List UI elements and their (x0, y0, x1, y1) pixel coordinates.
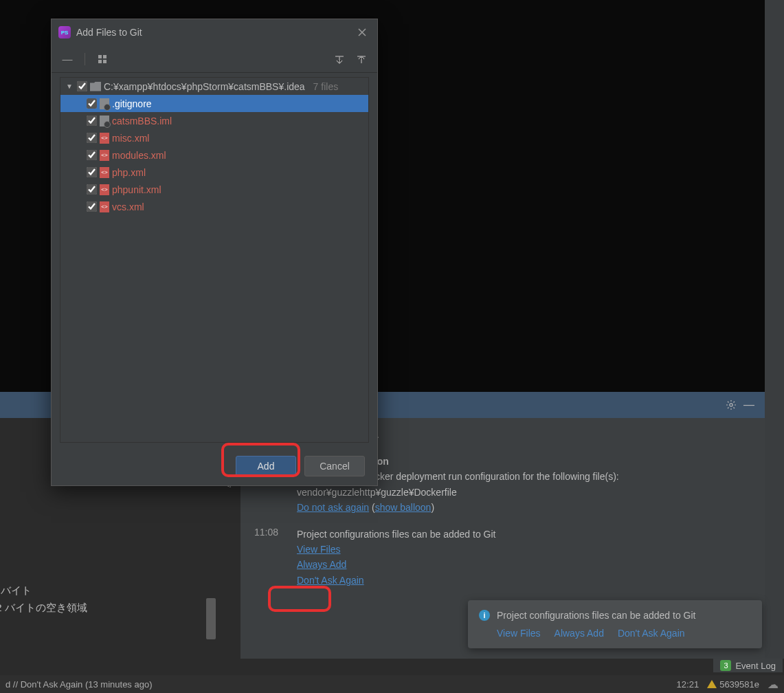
tree-checkbox[interactable] (87, 167, 97, 177)
close-icon[interactable] (354, 24, 370, 41)
expand-tree-icon[interactable] (332, 52, 347, 67)
add-files-to-git-dialog: PS Add Files to Git — ▼ C:¥xampp¥htdocs¥… (51, 19, 378, 486)
tree-file-name: .gitignore (112, 98, 152, 109)
status-git-hash[interactable]: 5639581e (707, 679, 759, 690)
phpstorm-icon: PS (58, 26, 71, 38)
status-bar: d // Don't Ask Again (13 minutes ago) 12… (0, 675, 784, 693)
xml-file-icon: <> (100, 133, 109, 144)
tree-root-row[interactable]: ▼ C:¥xampp¥htdocs¥phpStorm¥catsmBBS¥.ide… (60, 78, 368, 95)
xml-file-icon: <> (100, 201, 109, 212)
tree-checkbox[interactable] (87, 98, 97, 109)
dialog-title-text: Add Files to Git (76, 27, 142, 38)
partial-text-left: s ›バイト .2 バイトの空き領域 (0, 564, 87, 617)
log-entry: 11:08 Project configurations files can b… (254, 527, 754, 588)
tree-file-row[interactable]: <>php.xml (60, 164, 368, 181)
tree-file-name: php.xml (112, 167, 146, 178)
svg-rect-1 (98, 55, 102, 58)
add-button[interactable]: Add (236, 456, 296, 476)
gear-icon[interactable] (722, 396, 740, 414)
svg-rect-2 (103, 55, 107, 58)
event-log-label: Event Log (735, 661, 776, 671)
tree-checkbox[interactable] (87, 116, 97, 126)
tree-file-name: modules.xml (112, 150, 166, 161)
right-scrollbar-track[interactable] (765, 0, 784, 659)
tree-checkbox[interactable] (87, 201, 97, 212)
file-tree[interactable]: ▼ C:¥xampp¥htdocs¥phpStorm¥catsmBBS¥.ide… (60, 77, 369, 443)
log-link-do-not-ask[interactable]: Do not ask again (297, 502, 369, 513)
log-link-dont-ask-again[interactable]: Don't Ask Again (297, 575, 364, 586)
status-left-text: d // Don't Ask Again (13 minutes ago) (5, 679, 677, 690)
tree-file-row[interactable]: .gitignore (60, 95, 368, 112)
tree-file-row[interactable]: <>phpunit.xml (60, 181, 368, 198)
dialog-titlebar[interactable]: PS Add Files to Git (52, 19, 377, 45)
log-link-always-add[interactable]: Always Add (297, 559, 346, 570)
tree-file-row[interactable]: catsmBBS.iml (60, 112, 368, 129)
dialog-toolbar: — (52, 45, 377, 73)
file-icon (100, 116, 109, 126)
text-line: .2 バイトの空き領域 (0, 599, 87, 617)
text-line: s (0, 564, 87, 582)
log-time: 11:08 (254, 527, 289, 588)
event-log-badge: 3 (720, 660, 731, 671)
tree-file-row[interactable]: <>vcs.xml (60, 198, 368, 215)
svg-rect-3 (98, 60, 102, 63)
toolbar-divider (85, 53, 85, 65)
file-icon (100, 98, 109, 109)
log-link-view-files[interactable]: View Files (297, 544, 341, 555)
balloon-link-dont-ask-again[interactable]: Don't Ask Again (618, 628, 685, 639)
status-time: 12:21 (677, 679, 699, 690)
info-icon: i (479, 610, 490, 621)
folder-icon (90, 82, 101, 91)
minimize-icon[interactable]: — (740, 396, 758, 414)
tree-file-row[interactable]: <>modules.xml (60, 146, 368, 164)
tree-checkbox[interactable] (77, 81, 87, 91)
chevron-down-icon[interactable]: ▼ (65, 82, 74, 90)
tree-file-name: catsmBBS.iml (112, 116, 172, 126)
tree-file-name: vcs.xml (112, 201, 144, 212)
tree-file-name: phpunit.xml (112, 184, 161, 195)
group-by-icon[interactable] (95, 52, 110, 67)
cloud-icon[interactable]: ☁ (768, 678, 779, 691)
tree-checkbox[interactable] (87, 150, 97, 160)
tree-checkbox[interactable] (87, 133, 97, 143)
paren: ) (431, 502, 434, 513)
balloon-title-text: Project configurations files can be adde… (497, 610, 696, 621)
warning-icon (707, 680, 717, 688)
tree-root-meta: 7 files (313, 81, 339, 92)
tree-file-row[interactable]: <>misc.xml (60, 129, 368, 146)
collapse-tree-icon[interactable] (354, 52, 369, 67)
balloon-link-view-files[interactable]: View Files (497, 628, 541, 639)
vertical-scrollbar-thumb[interactable] (206, 598, 216, 639)
event-log-tab[interactable]: 3 Event Log (713, 659, 783, 672)
tree-root-path: C:¥xampp¥htdocs¥phpStorm¥catsmBBS¥.idea (104, 81, 305, 92)
tree-checkbox[interactable] (87, 184, 97, 195)
notification-balloon: i Project configurations files can be ad… (468, 600, 762, 648)
xml-file-icon: <> (100, 167, 109, 178)
log-entry-title: Project configurations files can be adde… (297, 529, 496, 540)
svg-point-0 (730, 404, 732, 406)
dialog-button-row: Add Cancel (52, 447, 377, 485)
collapse-all-icon[interactable]: — (60, 52, 75, 67)
log-entry-text: vendor¥guzzlehttp¥guzzle¥Dockerfile (297, 487, 457, 498)
tree-file-name: misc.xml (112, 133, 149, 144)
xml-file-icon: <> (100, 184, 109, 195)
xml-file-icon: <> (100, 150, 109, 161)
cancel-button[interactable]: Cancel (304, 456, 365, 476)
svg-rect-4 (103, 60, 107, 63)
log-link-show-balloon[interactable]: show balloon (375, 502, 432, 513)
balloon-link-always-add[interactable]: Always Add (555, 628, 604, 639)
text-line: ›バイト (0, 582, 87, 600)
